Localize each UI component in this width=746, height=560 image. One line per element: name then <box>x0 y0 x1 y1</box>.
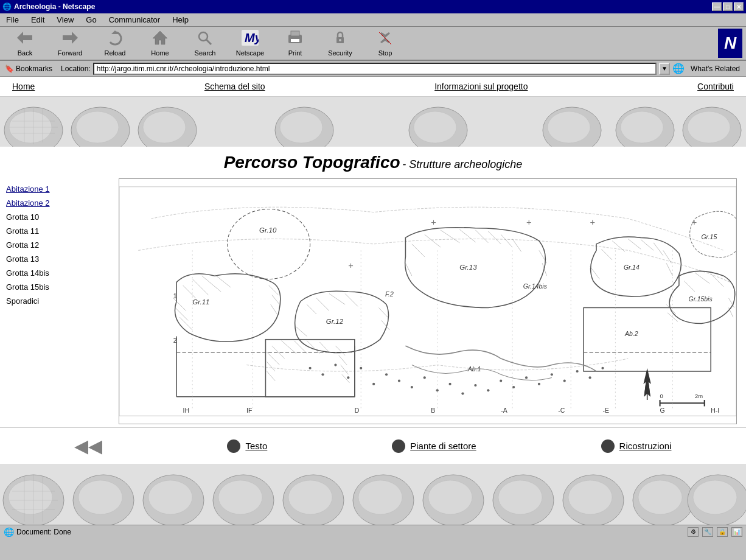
nav-piante[interactable]: Piante di settore <box>392 439 476 453</box>
svg-point-182 <box>358 480 402 514</box>
maximize-button[interactable]: □ <box>723 2 733 11</box>
ricostruzioni-label[interactable]: Ricostruzioni <box>619 441 672 451</box>
stop-button[interactable]: Stop <box>364 29 406 58</box>
svg-point-155 <box>411 386 413 388</box>
nav-ricostruzioni[interactable]: Ricostruzioni <box>601 439 672 453</box>
piante-label[interactable]: Piante di settore <box>410 441 476 451</box>
back-arrow-nav[interactable]: ◀◀ <box>74 435 102 457</box>
svg-text:Gr.14bis: Gr.14bis <box>523 283 547 290</box>
print-button[interactable]: Print <box>274 29 316 58</box>
piante-bullet <box>392 439 405 453</box>
svg-text:1: 1 <box>173 293 177 299</box>
stones-bottom-svg <box>0 464 746 525</box>
forward-button[interactable]: Forward <box>49 29 91 58</box>
menu-file[interactable]: File <box>2 14 23 26</box>
svg-point-160 <box>474 384 476 387</box>
sidebar-abitazione1[interactable]: Abitazione 1 <box>6 184 116 194</box>
menu-go[interactable]: Go <box>82 14 100 26</box>
svg-text:-A: -A <box>501 407 507 414</box>
bookmarks-button[interactable]: 🔖 Bookmarks <box>2 64 55 74</box>
svg-text:F.2: F.2 <box>385 291 394 298</box>
svg-text:2: 2 <box>173 337 177 344</box>
app-icon: 🌐 <box>2 2 12 11</box>
svg-marker-5 <box>153 31 167 44</box>
home-button[interactable]: Home <box>139 29 181 58</box>
svg-text:+: + <box>431 217 436 227</box>
menu-help[interactable]: Help <box>169 14 192 26</box>
svg-text:Gr.12: Gr.12 <box>326 318 344 325</box>
svg-point-153 <box>385 373 388 376</box>
svg-text:-C: -C <box>558 407 565 414</box>
svg-text:+: + <box>590 217 596 227</box>
svg-point-157 <box>436 389 439 391</box>
svg-text:Gr.10: Gr.10 <box>259 226 277 234</box>
close-button[interactable]: ✕ <box>734 2 744 11</box>
svg-point-169 <box>588 376 591 379</box>
nav-testo[interactable]: Testo <box>227 439 267 453</box>
title-section: Percorso Topografico - Strutture archeol… <box>0 147 746 175</box>
menu-bar: File Edit View Go Communicator Help <box>0 13 746 27</box>
bottom-nav: ◀◀ Testo Piante di settore Ricostruzioni <box>0 427 746 464</box>
title-bar-controls: — □ ✕ <box>712 2 744 11</box>
sidebar-sporadici: Sporadici <box>6 296 116 306</box>
svg-point-174 <box>78 480 122 514</box>
svg-point-149 <box>334 363 336 366</box>
menu-view[interactable]: View <box>53 14 77 26</box>
nav-informazioni[interactable]: Informazioni sul progetto <box>434 82 528 91</box>
svg-rect-1 <box>23 35 32 40</box>
svg-point-164 <box>525 376 528 379</box>
security-icon <box>332 30 349 48</box>
window-title: Archeologia - Netscape <box>14 2 95 11</box>
whats-related-button[interactable]: What's Related <box>687 63 744 74</box>
svg-point-161 <box>487 389 489 391</box>
svg-point-170 <box>601 367 604 369</box>
netscape-button[interactable]: My Netscape <box>229 29 271 58</box>
svg-point-20 <box>76 111 119 143</box>
minimize-button[interactable]: — <box>712 2 722 11</box>
search-button[interactable]: Search <box>184 29 226 58</box>
svg-point-176 <box>148 480 192 514</box>
svg-point-172 <box>9 480 52 514</box>
svg-rect-11 <box>291 31 299 36</box>
status-icon-2: 🔧 <box>702 527 713 537</box>
nav-links: Home Schema del sito Informazioni sul pr… <box>0 77 746 97</box>
svg-text:Gr.15bis: Gr.15bis <box>689 296 713 303</box>
sidebar-grotta14bis: Grotta 14bis <box>6 268 116 278</box>
nav-schema[interactable]: Schema del sito <box>204 82 265 91</box>
reload-button[interactable]: Reload <box>94 29 136 58</box>
white-content: Percorso Topografico - Strutture archeol… <box>0 147 746 464</box>
netscape-logo: N <box>718 29 742 58</box>
svg-text:G: G <box>660 407 665 414</box>
security-button[interactable]: Security <box>319 29 361 58</box>
nav-home[interactable]: Home <box>12 82 35 91</box>
url-input[interactable] <box>93 63 657 75</box>
page-content: Percorso Topografico - Strutture archeol… <box>0 97 746 525</box>
bookmarks-label: Bookmarks <box>16 65 52 73</box>
testo-label[interactable]: Testo <box>245 441 267 451</box>
svg-point-30 <box>621 111 663 143</box>
stones-top <box>0 97 746 147</box>
title-bar-left: 🌐 Archeologia - Netscape <box>2 2 95 11</box>
svg-text:-E: -E <box>602 407 608 414</box>
svg-point-14 <box>339 39 341 41</box>
back-button[interactable]: Back <box>4 29 46 58</box>
svg-text:D: D <box>355 407 360 414</box>
sidebar-grotta11: Grotta 11 <box>6 226 116 236</box>
menu-edit[interactable]: Edit <box>27 14 48 26</box>
netscape-icon: My <box>242 30 259 48</box>
archaeological-map: Gr.10 <box>119 178 737 424</box>
svg-point-150 <box>347 376 349 379</box>
svg-rect-12 <box>291 39 299 42</box>
location-bar: 🔖 Bookmarks Location: ▼ 🌐 What's Related <box>0 61 746 77</box>
svg-point-22 <box>143 111 186 143</box>
search-icon <box>197 30 214 48</box>
svg-line-7 <box>206 40 211 44</box>
svg-point-165 <box>538 383 540 385</box>
nav-contributi[interactable]: Contributi <box>697 82 734 91</box>
url-dropdown[interactable]: ▼ <box>659 63 670 75</box>
svg-point-147 <box>309 367 312 369</box>
sidebar-abitazione2[interactable]: Abitazione 2 <box>6 198 116 208</box>
svg-point-180 <box>288 480 332 514</box>
svg-point-184 <box>428 480 472 514</box>
menu-communicator[interactable]: Communicator <box>105 14 164 26</box>
